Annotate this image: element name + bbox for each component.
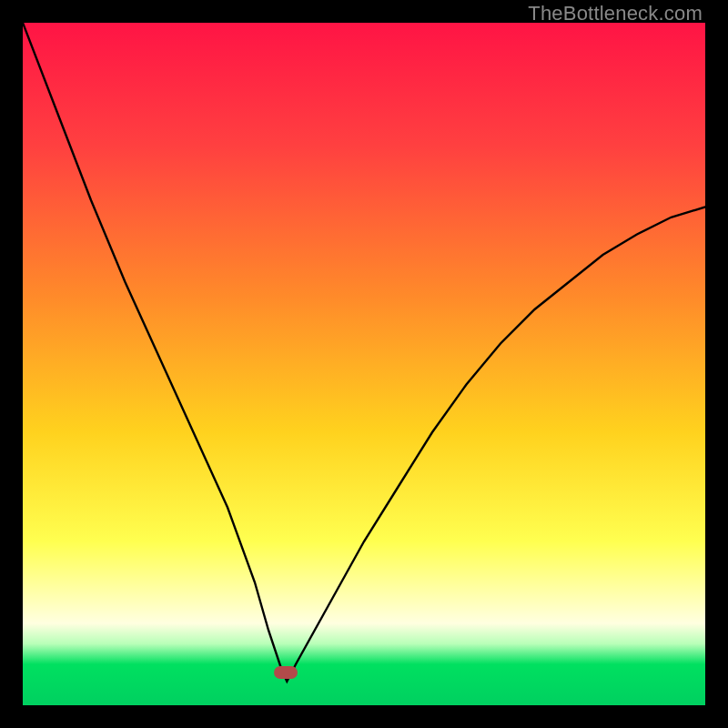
plot-area (23, 23, 705, 705)
bottleneck-curve (23, 23, 705, 705)
optimal-marker (274, 666, 298, 679)
chart-frame: TheBottleneck.com (0, 0, 728, 728)
